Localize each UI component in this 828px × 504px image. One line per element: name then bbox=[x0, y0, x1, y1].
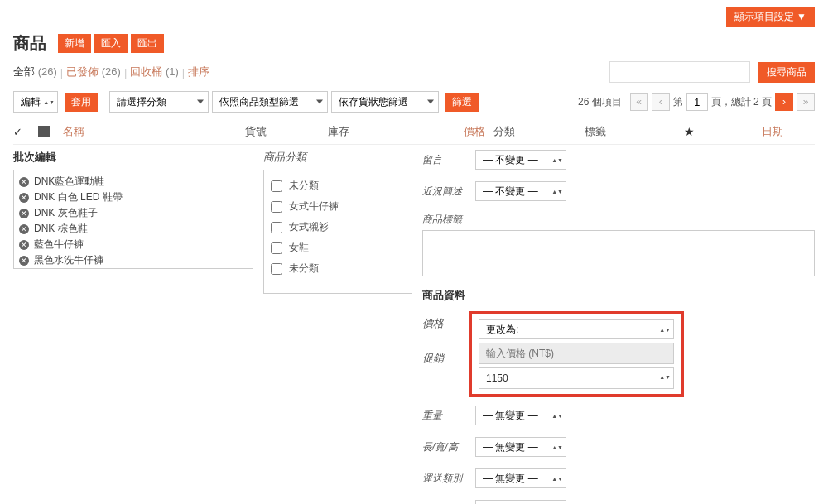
comment-field: 留言 — 不變更 — ▲▼ bbox=[422, 150, 815, 170]
col-tags[interactable]: 標籤 bbox=[585, 124, 684, 139]
list-item: ✕DNK藍色運動鞋 bbox=[19, 174, 248, 190]
shipping-select[interactable]: — 無變更 — ▲▼ bbox=[475, 468, 566, 488]
image-column-icon bbox=[38, 126, 50, 137]
tags-label: 商品標籤 bbox=[422, 213, 462, 227]
bulk-action-select[interactable]: 編輯 ▲▼ bbox=[13, 91, 58, 113]
category-checkbox[interactable] bbox=[271, 242, 282, 254]
visible-select[interactable]: — 無變更 — ▲▼ bbox=[475, 500, 566, 504]
batch-edit-header: 批次編輯 bbox=[13, 150, 253, 165]
tags-textarea[interactable] bbox=[422, 230, 815, 276]
list-item: 未分類 bbox=[271, 175, 405, 196]
comment-select[interactable]: — 不變更 — ▲▼ bbox=[475, 150, 566, 170]
display-settings-button[interactable]: 顯示項目設定 ▼ bbox=[726, 7, 815, 27]
category-header: 商品分類 bbox=[263, 150, 412, 165]
pager-page-post: 頁，總計 2 頁 bbox=[711, 95, 772, 109]
comment-label: 留言 bbox=[422, 153, 472, 167]
table-header: 名稱 貨號 庫存 價格 分類 標籤 ★ 日期 bbox=[13, 119, 815, 145]
list-item: 女式牛仔褲 bbox=[271, 196, 405, 217]
category-checkbox[interactable] bbox=[271, 222, 282, 233]
tab-all[interactable]: 全部 (26) bbox=[13, 65, 57, 79]
filter-button[interactable]: 篩選 bbox=[445, 93, 479, 112]
status-field: 近況簡述 — 不變更 — ▲▼ bbox=[422, 181, 815, 201]
separator: | bbox=[182, 66, 185, 79]
remove-icon[interactable]: ✕ bbox=[19, 193, 29, 203]
remove-icon[interactable]: ✕ bbox=[19, 209, 29, 218]
export-button[interactable]: 匯出 bbox=[131, 34, 164, 53]
select-all-checkbox[interactable] bbox=[13, 126, 38, 138]
col-price[interactable]: 價格 bbox=[411, 124, 493, 139]
import-button[interactable]: 匯入 bbox=[94, 34, 128, 53]
remove-icon[interactable]: ✕ bbox=[19, 177, 29, 187]
separator: | bbox=[124, 66, 127, 79]
page-title: 商品 bbox=[13, 32, 46, 55]
status-select[interactable]: — 不變更 — ▲▼ bbox=[475, 181, 566, 201]
apply-button[interactable]: 套用 bbox=[65, 93, 98, 112]
list-item: 女鞋 bbox=[271, 238, 405, 258]
new-button[interactable]: 新增 bbox=[58, 34, 91, 53]
price-label: 價格 bbox=[422, 316, 464, 331]
list-item: ✕藍色牛仔褲 bbox=[19, 237, 248, 252]
weight-label: 重量 bbox=[422, 409, 472, 423]
status-label: 近況簡述 bbox=[422, 185, 472, 199]
price-input[interactable] bbox=[479, 343, 674, 364]
tab-published[interactable]: 已發佈 (26) bbox=[66, 65, 121, 79]
price-highlight-box: 更改為: ▲▼ ▲▼ bbox=[469, 311, 684, 397]
remove-icon[interactable]: ✕ bbox=[19, 256, 29, 266]
pager-page-pre: 第 bbox=[673, 95, 683, 109]
remove-icon[interactable]: ✕ bbox=[19, 224, 29, 234]
list-item: ✕黑色水洗牛仔褲 bbox=[19, 252, 248, 268]
item-count: 26 個項目 bbox=[578, 95, 622, 109]
col-name[interactable]: 名稱 bbox=[63, 124, 245, 139]
pager-last-button[interactable]: » bbox=[797, 93, 815, 111]
pager-prev-button[interactable]: ‹ bbox=[652, 93, 670, 111]
list-item: ✕DNK 灰色鞋子 bbox=[19, 205, 248, 221]
dims-select[interactable]: — 無變更 — ▲▼ bbox=[475, 437, 566, 457]
col-date[interactable]: 日期 bbox=[717, 124, 783, 139]
chevron-updown-icon: ▲▼ bbox=[659, 374, 671, 380]
search-input[interactable] bbox=[609, 61, 750, 83]
category-list[interactable]: 未分類 女式牛仔褲 女式襯衫 女鞋 未分類 bbox=[263, 170, 412, 294]
category-filter-select[interactable]: 請選擇分類 bbox=[109, 91, 209, 113]
pager-next-button[interactable]: › bbox=[775, 93, 793, 111]
list-item: ✕DNK 白色 LED 鞋帶 bbox=[19, 190, 248, 205]
display-settings-label: 顯示項目設定 bbox=[734, 11, 794, 22]
product-type-filter-select[interactable]: 依照商品類型篩選 bbox=[212, 91, 328, 113]
col-sku[interactable]: 貨號 bbox=[245, 124, 328, 139]
shipping-field: 運送類別 — 無變更 — ▲▼ bbox=[422, 468, 815, 488]
list-item: 女式襯衫 bbox=[271, 217, 405, 238]
search-button[interactable]: 搜尋商品 bbox=[758, 62, 815, 83]
sale-input[interactable] bbox=[479, 367, 674, 389]
visible-field: 可見 — 無變更 — ▲▼ bbox=[422, 500, 815, 504]
remove-icon[interactable]: ✕ bbox=[19, 240, 29, 250]
col-category[interactable]: 分類 bbox=[493, 124, 585, 139]
category-checkbox[interactable] bbox=[271, 201, 282, 213]
category-checkbox[interactable] bbox=[271, 180, 282, 192]
tags-field: 商品標籤 bbox=[422, 213, 815, 276]
weight-select[interactable]: — 無變更 — ▲▼ bbox=[475, 406, 566, 425]
pager-page-input[interactable] bbox=[686, 93, 708, 111]
list-item: 未分類 bbox=[271, 258, 405, 279]
stock-status-filter-select[interactable]: 依存貨狀態篩選 bbox=[331, 91, 439, 113]
dims-field: 長/寬/高 — 無變更 — ▲▼ bbox=[422, 437, 815, 457]
tab-trash[interactable]: 回收桶 (1) bbox=[130, 65, 179, 79]
star-column-icon: ★ bbox=[684, 125, 717, 138]
shipping-label: 運送類別 bbox=[422, 472, 472, 486]
product-data-header: 商品資料 bbox=[422, 288, 815, 303]
list-item: ✕DNK 棕色鞋 bbox=[19, 221, 248, 237]
category-checkbox[interactable] bbox=[271, 263, 282, 275]
col-stock[interactable]: 庫存 bbox=[328, 124, 411, 139]
list-item: ✕基本藍色牛仔褲 bbox=[19, 268, 248, 269]
tab-sort[interactable]: 排序 bbox=[188, 65, 209, 79]
dims-label: 長/寬/高 bbox=[422, 440, 472, 454]
sale-label: 促銷 bbox=[422, 351, 464, 366]
weight-field: 重量 — 無變更 — ▲▼ bbox=[422, 406, 815, 425]
separator: | bbox=[60, 66, 63, 79]
batch-product-list[interactable]: ✕DNK藍色運動鞋 ✕DNK 白色 LED 鞋帶 ✕DNK 灰色鞋子 ✕DNK … bbox=[13, 170, 253, 269]
pager-first-button[interactable]: « bbox=[630, 93, 648, 111]
price-action-select[interactable]: 更改為: ▲▼ bbox=[479, 319, 674, 339]
